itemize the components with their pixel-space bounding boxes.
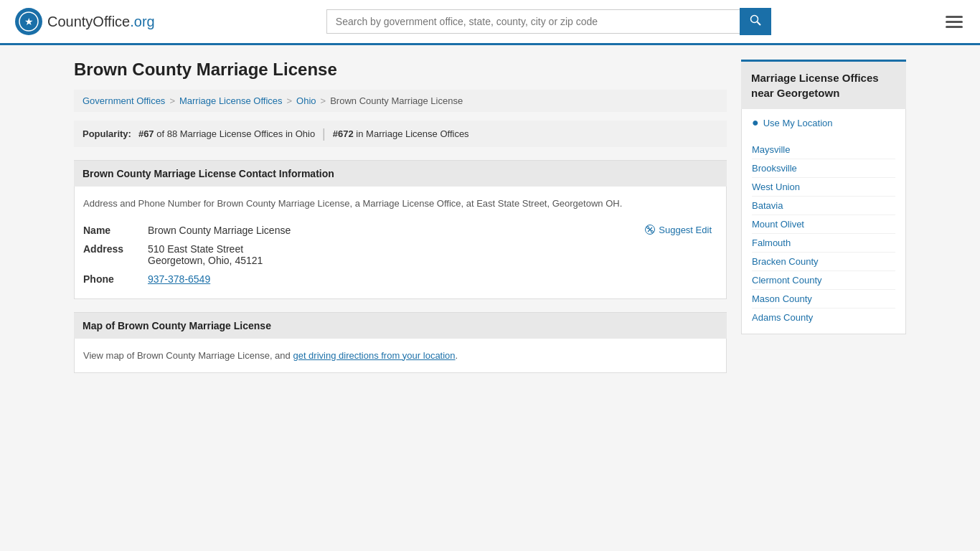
logo-icon: ★ — [14, 7, 43, 36]
suggest-edit-label: Suggest Edit — [659, 225, 712, 235]
sidebar-link[interactable]: Adams County — [752, 309, 895, 326]
map-description: View map of Brown County Marriage Licens… — [83, 349, 717, 363]
name-value: Brown County Marriage License — [148, 225, 291, 236]
map-section-body: View map of Brown County Marriage Licens… — [74, 339, 727, 374]
address-line1: 510 East State Street — [148, 243, 712, 255]
location-pin-icon: ● — [752, 116, 759, 129]
page-title: Brown County Marriage License — [74, 60, 727, 80]
menu-button[interactable] — [943, 13, 966, 31]
breadcrumb-link-marriage[interactable]: Marriage License Offices — [179, 95, 283, 106]
contact-section: Brown County Marriage License Contact In… — [74, 160, 727, 299]
breadcrumb-sep-2: > — [287, 95, 293, 106]
contact-section-body: Address and Phone Number for Brown Count… — [74, 187, 727, 299]
popularity-sep: | — [322, 126, 326, 141]
breadcrumb-current: Brown County Marriage License — [330, 95, 463, 106]
sidebar-link[interactable]: Maysville — [752, 141, 895, 159]
sidebar-link[interactable]: Mason County — [752, 290, 895, 309]
sidebar-link[interactable]: West Union — [752, 178, 895, 197]
sidebar-link[interactable]: Brooksville — [752, 159, 895, 178]
logo-text: CountyOffice.org — [47, 14, 155, 30]
suggest-edit-button[interactable]: Suggest Edit — [645, 225, 712, 235]
map-desc-suffix: . — [456, 350, 458, 361]
phone-value: 937-378-6549 — [148, 270, 717, 288]
popularity-rank1: #67 of 88 Marriage License Offices in Oh… — [138, 128, 315, 139]
search-icon — [750, 14, 761, 26]
name-value-cell: Brown County Marriage License — [148, 221, 717, 240]
search-input[interactable] — [326, 9, 740, 34]
address-line2: Georgetown, Ohio, 45121 — [148, 255, 712, 266]
name-cell-wrapper: Brown County Marriage License — [148, 225, 712, 236]
svg-text:★: ★ — [24, 17, 34, 27]
search-button[interactable] — [740, 8, 771, 35]
sidebar-link[interactable]: Falmouth — [752, 234, 895, 253]
menu-bar-2 — [946, 21, 963, 23]
sidebar-link[interactable]: Clermont County — [752, 271, 895, 290]
popularity-bar: Popularity: #67 of 88 Marriage License O… — [74, 121, 727, 147]
name-label: Name — [83, 221, 148, 240]
svg-point-3 — [750, 16, 758, 23]
header: ★ CountyOffice.org — [0, 0, 980, 45]
breadcrumb-link-ohio[interactable]: Ohio — [296, 95, 316, 106]
breadcrumb: Government Offices > Marriage License Of… — [74, 90, 727, 112]
breadcrumb-sep-3: > — [321, 95, 326, 106]
menu-bar-1 — [946, 16, 963, 18]
map-desc-prefix: View map of Brown County Marriage Licens… — [83, 350, 293, 361]
use-location-row: ● Use My Location — [752, 116, 895, 133]
map-section: Map of Brown County Marriage License Vie… — [74, 312, 727, 374]
breadcrumb-sep-1: > — [169, 95, 175, 106]
phone-row: Phone 937-378-6549 — [83, 270, 717, 288]
address-label: Address — [83, 240, 148, 270]
logo-area: ★ CountyOffice.org — [14, 7, 155, 36]
contact-description: Address and Phone Number for Brown Count… — [83, 197, 717, 211]
contact-section-header: Brown County Marriage License Contact In… — [74, 160, 727, 187]
sidebar-link[interactable]: Mount Olivet — [752, 215, 895, 234]
sidebar: Marriage License Offices near Georgetown… — [741, 60, 906, 334]
menu-bar-3 — [946, 26, 963, 28]
phone-link[interactable]: 937-378-6549 — [148, 273, 210, 285]
popularity-label: Popularity: — [83, 128, 131, 139]
main-container: Brown County Marriage License Government… — [60, 45, 920, 400]
name-row: Name Brown County Marriage License — [83, 221, 717, 240]
map-section-header: Map of Brown County Marriage License — [74, 312, 727, 339]
content-area: Brown County Marriage License Government… — [74, 60, 727, 386]
phone-label: Phone — [83, 270, 148, 288]
map-directions-link[interactable]: get driving directions from your locatio… — [293, 350, 455, 361]
sidebar-header: Marriage License Offices near Georgetown — [741, 60, 906, 109]
contact-table: Name Brown County Marriage License — [83, 221, 717, 288]
sidebar-links: MaysvilleBrooksvilleWest UnionBataviaMou… — [752, 141, 895, 326]
use-location-link[interactable]: Use My Location — [763, 118, 833, 128]
address-value: 510 East State Street Georgetown, Ohio, … — [148, 240, 717, 270]
edit-icon — [645, 225, 655, 235]
svg-point-9 — [651, 231, 654, 233]
address-row: Address 510 East State Street Georgetown… — [83, 240, 717, 270]
breadcrumb-link-gov[interactable]: Government Offices — [83, 95, 165, 106]
sidebar-link[interactable]: Batavia — [752, 197, 895, 215]
svg-point-8 — [647, 227, 649, 229]
sidebar-link[interactable]: Bracken County — [752, 253, 895, 271]
search-area — [326, 8, 771, 35]
sidebar-body: ● Use My Location MaysvilleBrooksvilleWe… — [741, 109, 906, 334]
svg-line-4 — [757, 22, 760, 26]
popularity-rank2: #672 in Marriage License Offices — [333, 128, 469, 139]
